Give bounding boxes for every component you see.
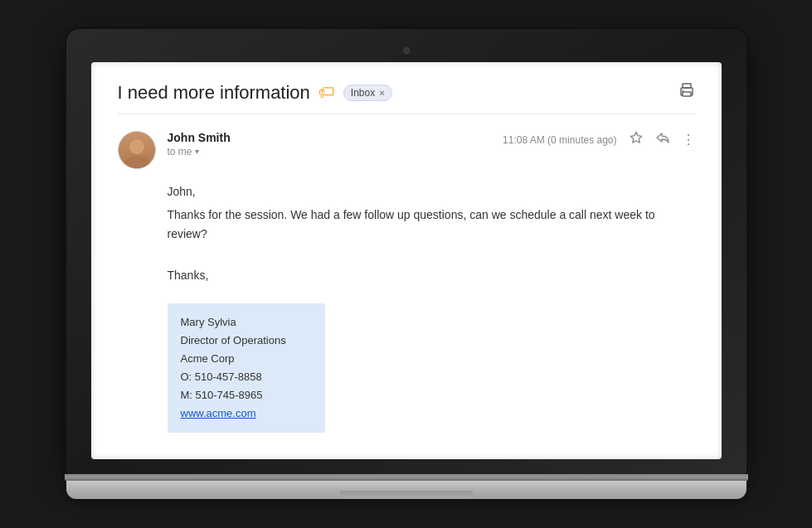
sig-website-link[interactable]: www.acme.com — [181, 407, 256, 419]
svg-rect-1 — [683, 84, 691, 88]
sig-title: Director of Operations — [181, 332, 312, 350]
body-thanks: Thanks, — [168, 266, 695, 284]
laptop-base-wrap — [66, 474, 746, 499]
sender-name-row: John Smith — [168, 131, 492, 144]
sig-company: Acme Corp — [181, 350, 312, 368]
sender-to-text: to me — [168, 146, 192, 157]
email-meta-right: 11:08 AM (0 minutes ago) ⋮ — [503, 131, 694, 149]
inbox-label-text: Inbox — [351, 87, 375, 99]
more-options-icon[interactable]: ⋮ — [682, 132, 695, 148]
laptop-container: I need more information 🏷 Inbox × — [66, 29, 746, 500]
star-icon[interactable] — [629, 131, 644, 149]
sig-name: Mary Sylvia — [181, 313, 312, 332]
email-timestamp: 11:08 AM (0 minutes ago) — [503, 134, 616, 146]
sender-row: John Smith to me ▾ 11:08 AM (0 minutes a… — [118, 131, 695, 169]
sender-name: John Smith — [168, 131, 231, 144]
email-subject: I need more information — [118, 82, 310, 104]
laptop-hinge — [65, 474, 748, 481]
email-container: I need more information 🏷 Inbox × — [91, 62, 722, 460]
sig-mobile-phone: M: 510-745-8965 — [181, 386, 312, 404]
inbox-label-close[interactable]: × — [379, 88, 384, 98]
avatar-face — [119, 131, 155, 169]
camera-dot — [403, 47, 410, 54]
sig-office-phone: O: 510-457-8858 — [181, 368, 312, 386]
avatar — [118, 131, 156, 169]
email-subject-row: I need more information 🏷 Inbox × — [118, 82, 695, 114]
tag-icon: 🏷 — [318, 83, 335, 102]
email-signature: Mary Sylvia Director of Operations Acme … — [168, 303, 325, 434]
screen-bezel: I need more information 🏷 Inbox × — [66, 29, 746, 475]
print-icon[interactable] — [678, 83, 695, 102]
body-line1: Thanks for the session. We had a few fol… — [168, 206, 695, 243]
reply-icon[interactable] — [655, 131, 670, 149]
sender-info: John Smith to me ▾ — [168, 131, 492, 157]
svg-point-3 — [682, 90, 683, 92]
body-greeting: John, — [168, 182, 695, 201]
email-body: John, Thanks for the session. We had a f… — [168, 182, 695, 434]
sender-to[interactable]: to me ▾ — [168, 146, 492, 157]
laptop-base — [66, 481, 746, 499]
inbox-label-badge[interactable]: Inbox × — [343, 85, 392, 101]
svg-rect-2 — [683, 92, 691, 96]
sender-to-arrow: ▾ — [195, 147, 199, 156]
screen: I need more information 🏷 Inbox × — [91, 62, 722, 460]
sig-website[interactable]: www.acme.com — [181, 404, 312, 423]
